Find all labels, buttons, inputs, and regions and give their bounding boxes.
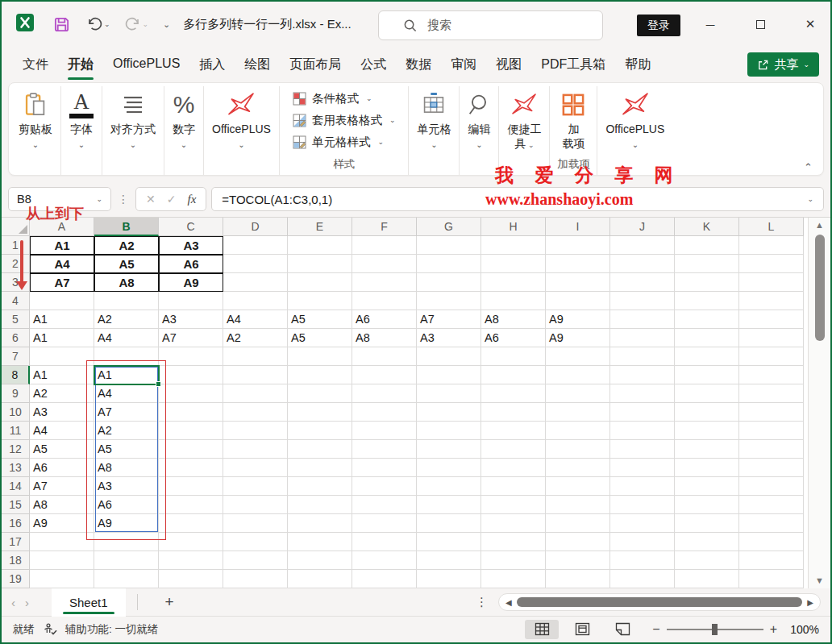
cell-J4[interactable] (610, 292, 675, 310)
cell-G14[interactable] (417, 477, 481, 496)
cell-C15[interactable] (159, 496, 223, 514)
undo-button[interactable]: ⌄ (86, 17, 110, 31)
cell-I15[interactable] (546, 496, 610, 514)
cell-J6[interactable] (610, 329, 675, 347)
cell-D8[interactable] (223, 366, 288, 384)
cell-E3[interactable] (288, 273, 352, 292)
cell-A13[interactable]: A6 (30, 459, 94, 477)
alignment-group-button[interactable]: 对齐方式 ⌄ (102, 86, 164, 175)
normal-view-button[interactable] (525, 620, 559, 639)
sign-in-button[interactable]: 登录 (637, 15, 680, 36)
cell-J8[interactable] (610, 366, 675, 384)
cell-L7[interactable] (739, 347, 804, 366)
cell-J3[interactable] (610, 273, 675, 292)
cell-B7[interactable] (94, 347, 159, 366)
cell-G11[interactable] (417, 422, 481, 440)
cell-A12[interactable]: A5 (30, 440, 94, 459)
next-sheet-icon[interactable]: › (25, 596, 39, 609)
cell-J10[interactable] (610, 403, 675, 422)
cell-L14[interactable] (739, 477, 804, 496)
cell-A6[interactable]: A1 (30, 329, 94, 347)
cell-I1[interactable] (546, 236, 610, 255)
cell-D11[interactable] (223, 422, 288, 440)
addins-button[interactable]: 加 载项 (556, 88, 590, 151)
cell-L5[interactable] (739, 310, 804, 329)
row-header-11[interactable]: 11 (2, 422, 30, 440)
cell-E12[interactable] (288, 440, 352, 459)
clipboard-group-button[interactable]: 剪贴板 ⌄ (10, 86, 61, 175)
cell-I14[interactable] (546, 477, 610, 496)
cell-J2[interactable] (610, 255, 675, 273)
cell-H16[interactable] (481, 514, 546, 533)
accessibility-status[interactable]: 辅助功能: 一切就绪 (65, 622, 159, 637)
cell-K5[interactable] (675, 310, 739, 329)
cell-A19[interactable] (30, 570, 94, 588)
conditional-formatting-button[interactable]: 条件格式 ⌄ (289, 88, 399, 110)
cell-G19[interactable] (417, 570, 481, 588)
cell-A14[interactable]: A7 (30, 477, 94, 496)
zoom-in-button[interactable]: + (770, 622, 777, 637)
cell-K11[interactable] (675, 422, 739, 440)
add-sheet-button[interactable]: + (157, 593, 182, 611)
cell-B6[interactable]: A4 (94, 329, 159, 347)
cell-H18[interactable] (481, 551, 546, 570)
cell-F6[interactable]: A8 (352, 329, 417, 347)
cell-K16[interactable] (675, 514, 739, 533)
cell-J1[interactable] (610, 236, 675, 255)
cell-E4[interactable] (288, 292, 352, 310)
zoom-out-button[interactable]: − (652, 622, 659, 637)
maximize-button[interactable] (742, 2, 779, 47)
cell-L18[interactable] (739, 551, 804, 570)
cell-B17[interactable] (94, 533, 159, 551)
cell-F15[interactable] (352, 496, 417, 514)
cell-K3[interactable] (675, 273, 739, 292)
page-layout-view-button[interactable] (565, 620, 599, 639)
cell-C13[interactable] (159, 459, 223, 477)
cell-H14[interactable] (481, 477, 546, 496)
cell-C19[interactable] (159, 570, 223, 588)
scroll-down-icon[interactable]: ▼ (815, 576, 824, 585)
cell-A5[interactable]: A1 (30, 310, 94, 329)
cell-F2[interactable] (352, 255, 417, 273)
cell-D6[interactable]: A2 (223, 329, 288, 347)
cell-K9[interactable] (675, 384, 739, 403)
cell-L10[interactable] (739, 403, 804, 422)
cell-C9[interactable] (159, 384, 223, 403)
cell-K12[interactable] (675, 440, 739, 459)
row-header-7[interactable]: 7 (2, 347, 30, 366)
cell-G13[interactable] (417, 459, 481, 477)
cell-I4[interactable] (546, 292, 610, 310)
cell-E11[interactable] (288, 422, 352, 440)
cell-K2[interactable] (675, 255, 739, 273)
ribbon-tab-2[interactable]: OfficePLUS (103, 48, 189, 81)
cell-F13[interactable] (352, 459, 417, 477)
cell-K4[interactable] (675, 292, 739, 310)
cell-B19[interactable] (94, 570, 159, 588)
cell-B18[interactable] (94, 551, 159, 570)
cell-I12[interactable] (546, 440, 610, 459)
scroll-up-icon[interactable]: ▲ (815, 221, 824, 230)
previous-sheet-icon[interactable]: ‹ (2, 596, 25, 609)
zoom-slider[interactable] (667, 629, 763, 630)
cell-I3[interactable] (546, 273, 610, 292)
cell-C7[interactable] (159, 347, 223, 366)
column-header-G[interactable]: G (417, 218, 481, 236)
cell-A11[interactable]: A4 (30, 422, 94, 440)
cell-I18[interactable] (546, 551, 610, 570)
cell-A18[interactable] (30, 551, 94, 570)
cell-F12[interactable] (352, 440, 417, 459)
vertical-scroll-thumb[interactable] (815, 235, 825, 341)
collapse-ribbon-icon[interactable]: ⌃ (804, 161, 813, 173)
cell-E17[interactable] (288, 533, 352, 551)
cell-J16[interactable] (610, 514, 675, 533)
cell-A3[interactable]: A7 (30, 273, 94, 292)
cell-H4[interactable] (481, 292, 546, 310)
ribbon-tab-1[interactable]: 开始 (58, 48, 103, 81)
cell-F1[interactable] (352, 236, 417, 255)
cell-G4[interactable] (417, 292, 481, 310)
column-header-K[interactable]: K (675, 218, 739, 236)
cell-I11[interactable] (546, 422, 610, 440)
row-header-3[interactable]: 3 (2, 273, 30, 292)
cell-D15[interactable] (223, 496, 288, 514)
sheet-tab[interactable]: Sheet1 (52, 588, 126, 617)
